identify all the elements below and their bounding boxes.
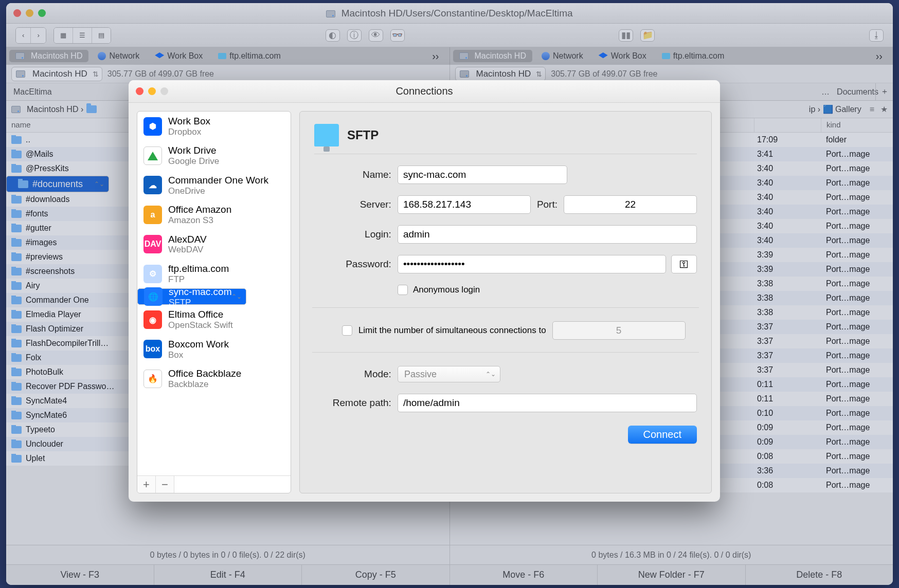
remote-path-input[interactable] [398, 394, 697, 412]
more-tabs-icon[interactable]: ›› [869, 50, 890, 62]
connection-item-amazon-s3[interactable]: aOffice AmazonAmazon S3 [137, 200, 291, 229]
folder-icon [11, 426, 22, 434]
fn-button-copy[interactable]: Copy - F5 [301, 565, 450, 585]
add-connection-button[interactable]: + [137, 476, 156, 493]
tab-ftp.eltima.com[interactable]: ftp.eltima.com [212, 50, 287, 62]
tab-network[interactable]: Network [535, 50, 589, 62]
mode-select[interactable]: Passive [398, 366, 500, 382]
file-kind: Port…mage [821, 207, 893, 216]
box-icon: box [143, 340, 162, 358]
file-time: 0:08 [754, 481, 821, 490]
fn-button-delete[interactable]: Delete - F8 [745, 565, 893, 585]
connection-name: Work Drive [168, 145, 219, 156]
list-item[interactable]: #documents [6, 176, 109, 192]
toggle-icon[interactable]: ◐ [326, 30, 339, 41]
add-tab-button[interactable]: ＋ [875, 83, 893, 100]
glasses-icon[interactable]: 👓 [391, 30, 404, 41]
tab-label: Network [109, 51, 139, 61]
login-input[interactable] [398, 225, 697, 244]
connection-protocol: Box [168, 350, 229, 360]
folder-icon[interactable]: 📁 [641, 30, 654, 41]
folder-icon [11, 151, 22, 158]
file-name: Folx [26, 353, 41, 362]
file-time: 3:38 [754, 308, 821, 317]
tab-label: Work Box [167, 51, 203, 61]
sftp-icon: 🌐 [144, 287, 163, 306]
network-icon [98, 52, 106, 60]
password-input[interactable] [398, 255, 666, 273]
connection-item-dropbox[interactable]: ⬢Work BoxDropbox [137, 112, 291, 141]
fn-button-new[interactable]: New Folder - F7 [597, 565, 745, 585]
folder-icon [86, 105, 97, 113]
view-list-button[interactable]: ☰ [73, 28, 92, 43]
folder-icon [11, 369, 22, 376]
drive-select-right[interactable]: Macintosh HD [455, 67, 546, 81]
file-time: 3:40 [754, 193, 821, 202]
connection-item-openstack-swift[interactable]: ◉Eltima OfficeOpenStack Swift [137, 305, 291, 334]
connection-item-sftp[interactable]: 🌐sync-mac.comSFTP [137, 288, 246, 305]
tab-label: ftp.eltima.com [229, 51, 281, 61]
tab-work-box[interactable]: Work Box [592, 50, 653, 62]
anonymous-checkbox[interactable] [398, 285, 408, 295]
file-kind: Port…mage [821, 222, 893, 231]
connect-button[interactable]: Connect [628, 426, 697, 444]
dialog-titlebar: Connections [129, 80, 720, 103]
file-kind: Port…mage [821, 164, 893, 173]
back-button[interactable]: ‹ [16, 28, 30, 43]
toolbar: ‹ › ▦ ☰ ▤ ◐ ⓘ 👁 👓 ▮▮ 📁 ⭳ [6, 24, 893, 47]
tab-ftp.eltima.com[interactable]: ftp.eltima.com [656, 50, 731, 62]
file-kind: folder [821, 135, 893, 144]
fn-button-view[interactable]: View - F3 [6, 565, 154, 585]
forward-button[interactable]: › [30, 28, 45, 43]
tab-label: Macintosh HD [31, 51, 82, 61]
tabs-row: Macintosh HDNetworkWork Boxftp.eltima.co… [6, 47, 893, 65]
tab-network[interactable]: Network [92, 50, 146, 62]
tab-macintosh-hd[interactable]: Macintosh HD [9, 50, 88, 62]
limit-checkbox[interactable] [342, 325, 352, 336]
columns-icon[interactable]: ▮▮ [619, 30, 633, 41]
info-icon[interactable]: ⓘ [348, 30, 361, 41]
view-grid-button[interactable]: ▤ [92, 28, 111, 43]
folder-icon [11, 239, 22, 247]
file-kind: Port…mage [821, 178, 893, 188]
file-name: #previews [26, 252, 63, 262]
connection-item-onedrive[interactable]: ☁Commander One WorkOneDrive [137, 171, 291, 200]
col-kind[interactable]: kind [821, 118, 893, 132]
tab-work-box[interactable]: Work Box [149, 50, 209, 62]
file-time: 3:40 [754, 178, 821, 188]
server-input[interactable] [398, 195, 531, 214]
tab-macintosh-hd[interactable]: Macintosh HD [453, 50, 532, 62]
file-name: .. [26, 135, 30, 144]
file-time: 3:37 [754, 351, 821, 360]
pane-tab-left[interactable]: MacEltima [6, 87, 59, 97]
connection-item-webdav[interactable]: DAVAlexDAVWebDAV [137, 230, 291, 259]
connection-item-backblaze[interactable]: 🔥Office BackblazeBackblaze [137, 364, 291, 393]
ftp-icon [218, 53, 226, 59]
key-button[interactable]: ⚿ [671, 255, 697, 273]
more-tabs-icon[interactable]: ›› [425, 50, 446, 62]
port-input[interactable] [564, 195, 697, 214]
folder-icon [11, 165, 22, 173]
name-input[interactable] [398, 166, 567, 184]
connection-name: Eltima Office [168, 309, 233, 320]
preview-icon[interactable]: 👁 [369, 30, 383, 41]
remove-connection-button[interactable]: − [156, 476, 174, 493]
connections-dialog: Connections ⬢Work BoxDropboxWork DriveGo… [129, 80, 720, 502]
fn-button-move[interactable]: Move - F6 [450, 565, 598, 585]
tab-label: Network [553, 51, 583, 61]
file-name: FlashDecompilerTrill… [26, 339, 109, 348]
tab-label: ftp.eltima.com [673, 51, 725, 61]
file-time: 0:11 [754, 394, 821, 403]
view-icon-button[interactable]: ▦ [54, 28, 73, 43]
name-label: Name: [314, 169, 391, 180]
drive-select-left[interactable]: Macintosh HD [11, 67, 102, 81]
download-icon[interactable]: ⭳ [870, 30, 883, 41]
hd-icon [326, 10, 335, 17]
connection-item-box[interactable]: boxBoxcom WorkBox [137, 335, 291, 364]
connection-item-google-drive[interactable]: Work DriveGoogle Drive [137, 141, 291, 170]
login-label: Login: [314, 229, 391, 240]
connection-item-ftp[interactable]: ⚙ftp.eltima.comFTP [137, 259, 291, 288]
connection-name: Boxcom Work [168, 339, 229, 350]
fn-button-edit[interactable]: Edit - F4 [154, 565, 302, 585]
file-time: 3:40 [754, 164, 821, 173]
